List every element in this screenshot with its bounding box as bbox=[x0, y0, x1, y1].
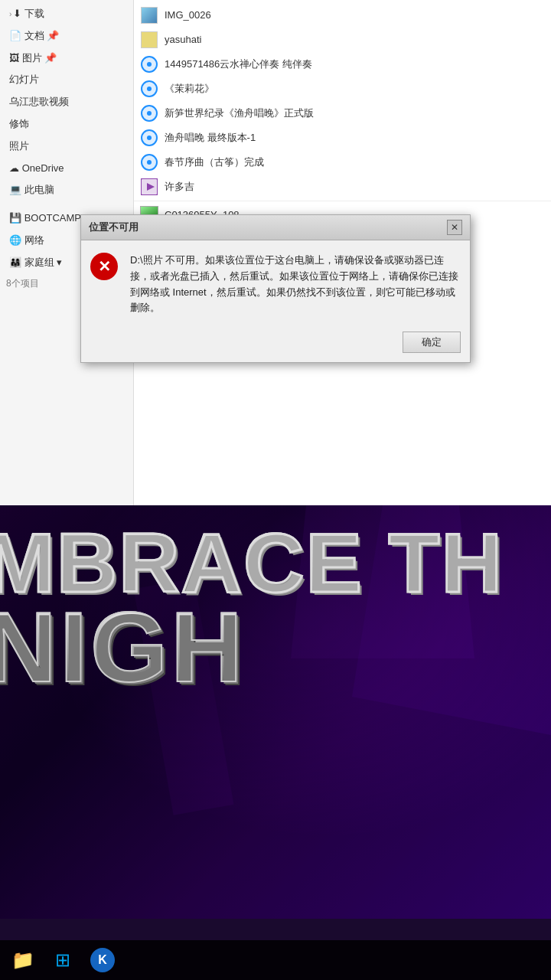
svg-point-2 bbox=[147, 62, 152, 67]
file-item-img0026[interactable]: IMG_0026 bbox=[134, 3, 551, 28]
file-manager-icon: 📁 bbox=[11, 949, 34, 971]
audio-icon bbox=[140, 80, 158, 98]
sidebar-item-photos[interactable]: 照片 bbox=[0, 136, 133, 158]
file-item-video1[interactable]: 许多吉 bbox=[134, 175, 551, 199]
file-name: 许多吉 bbox=[165, 179, 194, 195]
wallpaper-text: MBRACE TH NIGH bbox=[0, 521, 551, 697]
svg-point-11 bbox=[147, 136, 152, 140]
sidebar-item-pictures[interactable]: 🖼 图片 📌 bbox=[0, 47, 133, 70]
file-item-audio4[interactable]: 渔舟唱晚 最终版本-1 bbox=[134, 126, 551, 150]
windows-icon: ⊞ bbox=[55, 949, 70, 971]
taskbar-windows-start[interactable]: ⊞ bbox=[44, 943, 81, 977]
wallpaper: MBRACE TH NIGH bbox=[0, 505, 551, 919]
svg-point-8 bbox=[147, 111, 152, 116]
file-item-yasuhati[interactable]: yasuhati bbox=[134, 28, 551, 52]
file-name: 春节序曲（古筝）完成 bbox=[165, 155, 264, 171]
wallpaper-line2: NIGH bbox=[0, 597, 551, 697]
svg-point-5 bbox=[147, 87, 152, 91]
section-divider bbox=[134, 201, 551, 201]
file-name: yasuhati bbox=[165, 32, 201, 48]
dialog-title: 位置不可用 bbox=[89, 220, 139, 234]
file-name: IMG_0026 bbox=[165, 8, 211, 24]
taskbar-k-button[interactable]: K bbox=[84, 943, 121, 977]
sidebar-item-edit[interactable]: 修饰 bbox=[0, 113, 133, 136]
taskbar-file-manager[interactable]: 📁 bbox=[5, 943, 41, 977]
audio-icon bbox=[140, 129, 158, 147]
sidebar-item-video[interactable]: 乌江悲歌视频 bbox=[0, 91, 133, 113]
dialog-close-button[interactable]: ✕ bbox=[447, 220, 462, 235]
sidebar-item-slides[interactable]: 幻灯片 bbox=[0, 69, 133, 91]
file-name: 1449571486云水禅心伴奏 纯伴奏 bbox=[165, 57, 312, 73]
taskbar: 📁 ⊞ K bbox=[0, 940, 551, 980]
dialog-message: D:\照片 不可用。如果该位置位于这台电脑上，请确保设备或驱动器已连接，或者光盘… bbox=[130, 253, 461, 316]
sidebar-item-this-pc[interactable]: 💻 此电脑 bbox=[0, 179, 133, 201]
file-name: 《茉莉花》 bbox=[165, 81, 214, 97]
sidebar-item-download[interactable]: ›⬇ 下载 bbox=[0, 3, 133, 25]
video-icon bbox=[140, 178, 158, 196]
dialog-title-bar: 位置不可用 ✕ bbox=[81, 215, 470, 240]
dialog-footer: 确定 bbox=[81, 325, 470, 362]
error-icon: ✕ bbox=[90, 253, 121, 283]
dialog-body: ✕ D:\照片 不可用。如果该位置位于这台电脑上，请确保设备或驱动器已连接，或者… bbox=[81, 240, 470, 325]
file-name: 渔舟唱晚 最终版本-1 bbox=[165, 130, 256, 146]
k-icon: K bbox=[90, 948, 115, 972]
error-circle: ✕ bbox=[90, 253, 118, 280]
error-dialog: 位置不可用 ✕ ✕ D:\照片 不可用。如果该位置位于这台电脑上，请确保设备或驱… bbox=[80, 214, 471, 363]
audio-icon bbox=[140, 104, 158, 122]
audio-icon bbox=[140, 55, 158, 74]
svg-point-14 bbox=[147, 160, 152, 165]
file-name: 新笋世界纪录《渔舟唱晚》正式版 bbox=[165, 106, 314, 122]
sidebar-item-documents[interactable]: 📄 文档 📌 bbox=[0, 25, 133, 47]
file-item-audio1[interactable]: 1449571486云水禅心伴奏 纯伴奏 bbox=[134, 52, 551, 77]
audio-icon bbox=[140, 153, 158, 172]
confirm-button[interactable]: 确定 bbox=[403, 332, 461, 353]
dialog-overlay: 位置不可用 ✕ ✕ D:\照片 不可用。如果该位置位于这台电脑上，请确保设备或驱… bbox=[0, 214, 551, 363]
file-item-audio2[interactable]: 《茉莉花》 bbox=[134, 77, 551, 101]
sidebar-item-onedrive[interactable]: ☁ OneDrive bbox=[0, 158, 133, 180]
file-item-audio5[interactable]: 春节序曲（古筝）完成 bbox=[134, 150, 551, 175]
file-item-audio3[interactable]: 新笋世界纪录《渔舟唱晚》正式版 bbox=[134, 101, 551, 126]
